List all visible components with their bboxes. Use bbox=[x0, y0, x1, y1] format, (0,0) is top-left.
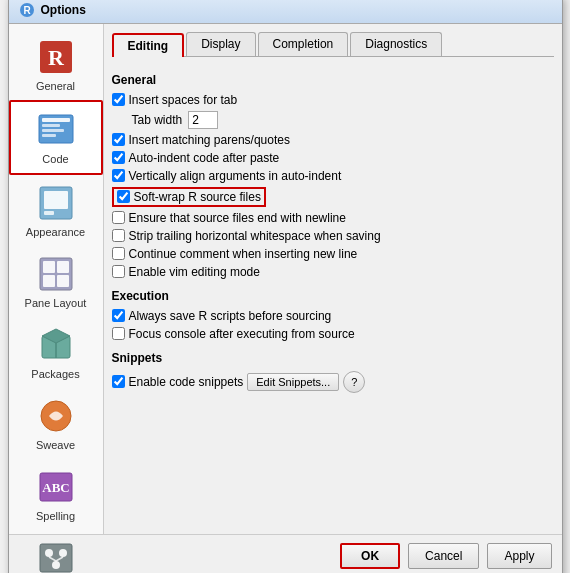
svg-rect-10 bbox=[44, 191, 68, 209]
snippets-row: Enable code snippets Edit Snippets... ? bbox=[112, 371, 554, 393]
sidebar-item-code[interactable]: Code bbox=[9, 100, 103, 175]
edit-snippets-button[interactable]: Edit Snippets... bbox=[247, 373, 339, 391]
sweave-icon bbox=[36, 396, 76, 436]
focus-console-row: Focus console after executing from sourc… bbox=[112, 327, 554, 341]
sidebar-label-appearance: Appearance bbox=[26, 226, 85, 238]
sidebar-label-code: Code bbox=[42, 153, 68, 165]
sidebar-item-git-svn[interactable]: Git/SVN bbox=[9, 530, 103, 574]
ensure-newline-row: Ensure that source files end with newlin… bbox=[112, 211, 554, 225]
vertically-align-label: Vertically align arguments in auto-inden… bbox=[129, 169, 342, 183]
svg-rect-7 bbox=[42, 129, 64, 132]
sidebar-label-general: General bbox=[36, 80, 75, 92]
code-icon bbox=[36, 110, 76, 150]
dialog-title: Options bbox=[41, 3, 86, 17]
soft-wrap-label: Soft-wrap R source files bbox=[134, 190, 261, 204]
vim-mode-label: Enable vim editing mode bbox=[129, 265, 260, 279]
matching-parens-row: Insert matching parens/quotes bbox=[112, 133, 554, 147]
dialog-icon: R bbox=[19, 2, 35, 18]
general-icon: R bbox=[36, 37, 76, 77]
matching-parens-checkbox[interactable] bbox=[112, 133, 125, 146]
always-save-checkbox[interactable] bbox=[112, 309, 125, 322]
sidebar-label-spelling: Spelling bbox=[36, 510, 75, 522]
svg-rect-11 bbox=[44, 211, 54, 215]
help-icon: ? bbox=[351, 376, 357, 388]
svg-rect-13 bbox=[43, 261, 55, 273]
snippets-section-title: Snippets bbox=[112, 351, 554, 365]
auto-indent-row: Auto-indent code after paste bbox=[112, 151, 554, 165]
sidebar-item-packages[interactable]: Packages bbox=[9, 317, 103, 388]
strip-whitespace-label: Strip trailing horizontal whitespace whe… bbox=[129, 229, 381, 243]
sidebar-item-pane-layout[interactable]: Pane Layout bbox=[9, 246, 103, 317]
always-save-label: Always save R scripts before sourcing bbox=[129, 309, 332, 323]
tab-completion[interactable]: Completion bbox=[258, 32, 349, 56]
svg-rect-15 bbox=[43, 275, 55, 287]
sidebar-label-packages: Packages bbox=[31, 368, 79, 380]
general-section-title: General bbox=[112, 73, 554, 87]
tab-width-label: Tab width bbox=[132, 113, 183, 127]
auto-indent-label: Auto-indent code after paste bbox=[129, 151, 280, 165]
continue-comment-label: Continue comment when inserting new line bbox=[129, 247, 358, 261]
svg-rect-6 bbox=[42, 124, 60, 127]
soft-wrap-checkbox[interactable] bbox=[117, 190, 130, 203]
svg-point-26 bbox=[52, 561, 60, 569]
tab-width-input[interactable] bbox=[188, 111, 218, 129]
svg-text:R: R bbox=[48, 45, 65, 70]
strip-whitespace-checkbox[interactable] bbox=[112, 229, 125, 242]
execution-section-title: Execution bbox=[112, 289, 554, 303]
vertically-align-checkbox[interactable] bbox=[112, 169, 125, 182]
tab-diagnostics[interactable]: Diagnostics bbox=[350, 32, 442, 56]
strip-whitespace-row: Strip trailing horizontal whitespace whe… bbox=[112, 229, 554, 243]
vertically-align-row: Vertically align arguments in auto-inden… bbox=[112, 169, 554, 183]
title-bar: R Options bbox=[9, 0, 562, 24]
tab-editing[interactable]: Editing bbox=[112, 33, 185, 57]
matching-parens-label: Insert matching parens/quotes bbox=[129, 133, 290, 147]
packages-icon bbox=[36, 325, 76, 365]
tab-display[interactable]: Display bbox=[186, 32, 255, 56]
svg-point-24 bbox=[45, 549, 53, 557]
focus-console-checkbox[interactable] bbox=[112, 327, 125, 340]
sidebar-item-spelling[interactable]: ABC Spelling bbox=[9, 459, 103, 530]
main-content: Editing Display Completion Diagnostics G… bbox=[104, 24, 562, 534]
svg-rect-8 bbox=[42, 134, 56, 137]
svg-rect-16 bbox=[57, 275, 69, 287]
sidebar-label-pane-layout: Pane Layout bbox=[25, 297, 87, 309]
insert-spaces-checkbox[interactable] bbox=[112, 93, 125, 106]
appearance-icon bbox=[36, 183, 76, 223]
options-dialog: R Options R General bbox=[8, 0, 563, 573]
svg-rect-5 bbox=[42, 118, 70, 122]
vim-mode-checkbox[interactable] bbox=[112, 265, 125, 278]
dialog-body: R General Code bbox=[9, 24, 562, 534]
insert-spaces-label: Insert spaces for tab bbox=[129, 93, 238, 107]
ensure-newline-checkbox[interactable] bbox=[112, 211, 125, 224]
sidebar-label-sweave: Sweave bbox=[36, 439, 75, 451]
ok-button[interactable]: OK bbox=[340, 543, 400, 569]
sidebar-item-general[interactable]: R General bbox=[9, 29, 103, 100]
help-button[interactable]: ? bbox=[343, 371, 365, 393]
soft-wrap-highlight: Soft-wrap R source files bbox=[112, 187, 266, 207]
sidebar: R General Code bbox=[9, 24, 104, 534]
auto-indent-checkbox[interactable] bbox=[112, 151, 125, 164]
pane-layout-icon bbox=[36, 254, 76, 294]
svg-rect-14 bbox=[57, 261, 69, 273]
svg-point-25 bbox=[59, 549, 67, 557]
sidebar-item-appearance[interactable]: Appearance bbox=[9, 175, 103, 246]
continue-comment-checkbox[interactable] bbox=[112, 247, 125, 260]
tab-bar: Editing Display Completion Diagnostics bbox=[112, 32, 554, 57]
focus-console-label: Focus console after executing from sourc… bbox=[129, 327, 355, 341]
soft-wrap-row: Soft-wrap R source files bbox=[112, 187, 554, 207]
insert-spaces-row: Insert spaces for tab bbox=[112, 93, 554, 107]
cancel-button[interactable]: Cancel bbox=[408, 543, 479, 569]
ensure-newline-label: Ensure that source files end with newlin… bbox=[129, 211, 346, 225]
always-save-row: Always save R scripts before sourcing bbox=[112, 309, 554, 323]
svg-text:ABC: ABC bbox=[42, 480, 69, 495]
apply-button[interactable]: Apply bbox=[487, 543, 551, 569]
continue-comment-row: Continue comment when inserting new line bbox=[112, 247, 554, 261]
tab-width-row: Tab width bbox=[132, 111, 554, 129]
vim-mode-row: Enable vim editing mode bbox=[112, 265, 554, 279]
spelling-icon: ABC bbox=[36, 467, 76, 507]
git-svn-icon bbox=[36, 538, 76, 574]
enable-snippets-checkbox[interactable] bbox=[112, 375, 125, 388]
enable-snippets-label: Enable code snippets bbox=[129, 375, 244, 389]
svg-text:R: R bbox=[23, 5, 31, 16]
sidebar-item-sweave[interactable]: Sweave bbox=[9, 388, 103, 459]
